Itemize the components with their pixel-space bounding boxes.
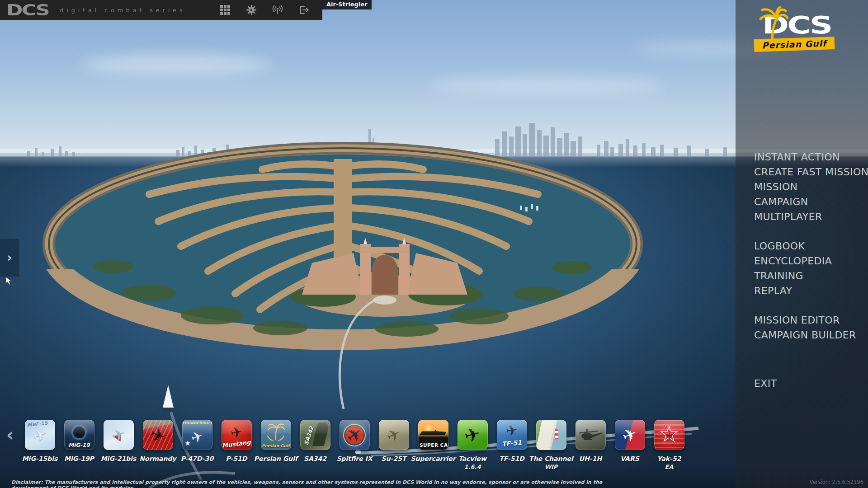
menu-item-create-fast-mission[interactable]: CREATE FAST MISSION: [754, 164, 868, 179]
menu-item-mission-editor[interactable]: MISSION EDITOR: [754, 313, 868, 328]
menu-item-mission[interactable]: MISSION: [754, 179, 868, 194]
module-status: WIP: [524, 464, 578, 470]
menu-item-exit[interactable]: EXIT: [754, 376, 868, 391]
dcs-logo: DCS: [6, 1, 49, 19]
module-icon-yak-52[interactable]: ☆ ✈: [654, 420, 684, 450]
module-icon-uh-1h[interactable]: [576, 420, 606, 450]
modules-grid-icon[interactable]: [219, 4, 231, 16]
module-icon-mig-15bis[interactable]: МиГ-15 ✈: [25, 420, 55, 450]
module-icon-mig-21bis[interactable]: ✈: [104, 420, 134, 450]
module-icon-spitfire-ix[interactable]: ✈: [340, 420, 370, 450]
module-status: EA: [642, 464, 696, 470]
module-icon-the-channel[interactable]: [536, 420, 566, 450]
module-icon-su-25t[interactable]: ✈: [379, 420, 409, 450]
module-carousel-prev[interactable]: ‹: [6, 426, 14, 444]
multiplayer-radio-icon[interactable]: [272, 4, 283, 16]
main-menu-sidebar: DCS Persian Gulf INSTANT ACTION CREAT: [736, 0, 868, 488]
module-icon-mig-19p[interactable]: MiG-19: [64, 420, 94, 450]
menu-item-logbook[interactable]: LOGBOOK: [754, 239, 868, 253]
module-icon-supercarrier[interactable]: SUPER CARRIER: [418, 420, 448, 450]
module-icon-sa342[interactable]: SA342: [300, 420, 330, 450]
module-icon-tacview[interactable]: ✈: [458, 420, 488, 450]
left-panel-tab[interactable]: ›: [0, 239, 19, 277]
menu-item-encyclopedia[interactable]: ENCYCLOPEDIA: [754, 253, 868, 268]
main-menu: INSTANT ACTION CREATE FAST MISSION MISSI…: [754, 150, 868, 405]
module-yak-52[interactable]: ☆ ✈ Yak-52 EA: [642, 420, 696, 470]
top-bar: DCS digital combat series: [0, 0, 322, 20]
legal-disclaimer: Disclaimer: The manufacturers and intell…: [11, 479, 640, 488]
module-icon-vars[interactable]: ✈: [615, 420, 645, 450]
dcs-main-menu: DCS digital combat series: [0, 0, 868, 488]
menu-item-instant-action[interactable]: INSTANT ACTION: [754, 150, 868, 164]
menu-item-campaign[interactable]: CAMPAIGN: [754, 194, 868, 209]
menu-item-campaign-builder[interactable]: CAMPAIGN BUILDER: [754, 328, 868, 343]
module-icon-persian-gulf[interactable]: Persian Gulf: [261, 420, 291, 450]
map-banner: Persian Gulf: [754, 37, 835, 52]
mouse-cursor: [5, 277, 13, 286]
map-banner-label: Persian Gulf: [762, 38, 827, 51]
module-icon-p-51d[interactable]: ✈ Mustang: [222, 420, 252, 450]
menu-item-training[interactable]: TRAINING: [754, 268, 868, 283]
module-icon-p-47d-30[interactable]: THUNDERBOLT ✈ ★: [182, 420, 212, 450]
persian-gulf-logo: DCS Persian Gulf: [754, 9, 849, 54]
dcs-tagline: digital combat series: [60, 7, 185, 14]
menu-item-multiplayer[interactable]: MULTIPLAYER: [754, 209, 868, 224]
chevron-right-icon: ›: [7, 252, 12, 263]
settings-gear-icon[interactable]: [245, 4, 257, 16]
module-version: 1.6.4: [445, 464, 500, 470]
module-label: Yak-52: [642, 455, 696, 462]
menu-item-replay[interactable]: REPLAY: [754, 283, 868, 298]
version-label: Version: 2.5.6.52196: [810, 479, 863, 485]
username-tooltip: Air-Striegler: [322, 0, 372, 9]
logout-exit-icon[interactable]: [298, 4, 310, 16]
module-icon-normandy[interactable]: ✈: [143, 420, 173, 450]
module-icon-tf-51d[interactable]: ✈ TF-51: [497, 420, 527, 450]
